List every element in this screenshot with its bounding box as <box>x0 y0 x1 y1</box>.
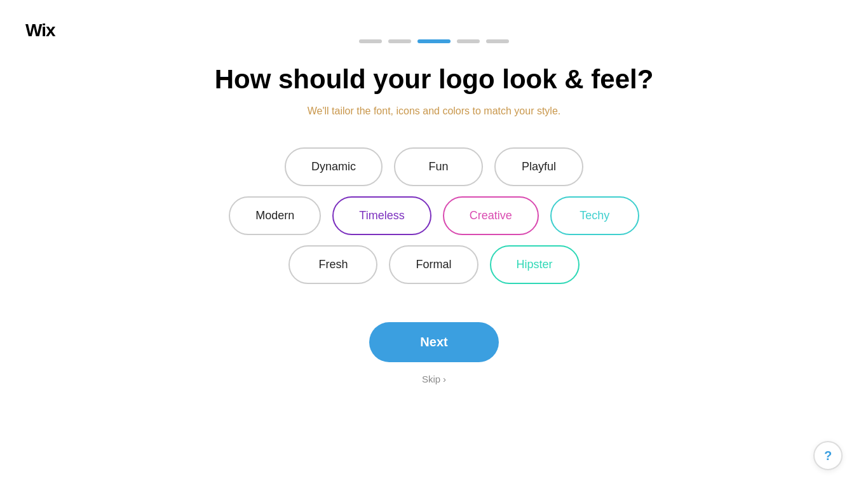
option-hipster[interactable]: Hipster <box>490 245 580 284</box>
option-fun[interactable]: Fun <box>394 147 483 186</box>
skip-chevron-icon: › <box>443 374 446 384</box>
option-dynamic[interactable]: Dynamic <box>285 147 383 186</box>
option-formal[interactable]: Formal <box>389 245 478 284</box>
option-modern[interactable]: Modern <box>229 196 321 235</box>
progress-step-3 <box>417 39 451 43</box>
option-fresh[interactable]: Fresh <box>288 245 377 284</box>
main-content: How should your logo look & feel? We'll … <box>0 64 868 384</box>
options-row-2: Modern Timeless Creative Techy <box>229 196 639 235</box>
progress-step-1 <box>359 39 382 43</box>
help-button[interactable]: ? <box>813 441 843 470</box>
skip-link[interactable]: Skip › <box>422 374 446 384</box>
progress-step-5 <box>486 39 509 43</box>
page-title: How should your logo look & feel? <box>215 64 654 95</box>
options-row-1: Dynamic Fun Playful <box>285 147 583 186</box>
option-techy[interactable]: Techy <box>550 196 639 235</box>
progress-bar <box>359 39 509 43</box>
wix-logo: Wix <box>25 20 55 41</box>
option-playful[interactable]: Playful <box>494 147 583 186</box>
progress-step-4 <box>457 39 480 43</box>
progress-step-2 <box>388 39 411 43</box>
options-grid: Dynamic Fun Playful Modern Timeless Crea… <box>229 147 639 284</box>
options-row-3: Fresh Formal Hipster <box>288 245 579 284</box>
skip-label: Skip <box>422 374 440 384</box>
option-timeless[interactable]: Timeless <box>332 196 431 235</box>
option-creative[interactable]: Creative <box>443 196 539 235</box>
page-subtitle: We'll tailor the font, icons and colors … <box>308 105 561 117</box>
next-button[interactable]: Next <box>369 322 498 362</box>
help-icon: ? <box>824 449 832 463</box>
